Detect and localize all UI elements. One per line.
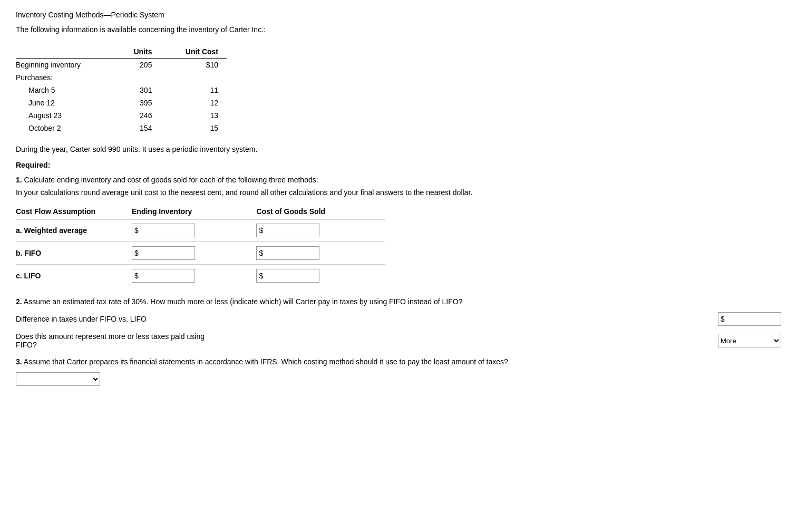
cf-row-label: b. FIFO [16, 242, 121, 265]
col-header-label [16, 46, 113, 59]
inventory-row-label: October 2 [16, 122, 113, 134]
page-title: Inventory Costing Methods—Periodic Syste… [16, 11, 781, 19]
cogs-input[interactable] [264, 227, 314, 235]
inventory-row-label: August 23 [16, 109, 113, 122]
inventory-row: August 2324613 [16, 109, 227, 122]
cf-row-cogs: $ [246, 265, 385, 287]
cogs-input-container: $ [256, 246, 319, 260]
rounding-note: In your calculations round average unit … [16, 188, 781, 197]
q3-answer-row: Weighted averageFIFOLIFO [16, 372, 781, 386]
inventory-row-label: Purchases: [16, 71, 113, 84]
q3-number: 3. [16, 357, 22, 366]
cogs-input[interactable] [264, 249, 314, 257]
ending-inv-dollar-sign: $ [134, 272, 139, 280]
inventory-row: Purchases: [16, 71, 227, 84]
inventory-row-cost: 13 [160, 109, 227, 122]
cost-flow-table: Cost Flow Assumption Ending Inventory Co… [16, 205, 385, 287]
cogs-dollar-sign: $ [259, 249, 263, 257]
cf-col-assumption: Cost Flow Assumption [16, 205, 121, 219]
q3-select[interactable]: Weighted averageFIFOLIFO [16, 373, 100, 385]
cf-row-ending-inv: $ [121, 219, 246, 242]
cf-row-ending-inv: $ [121, 242, 246, 265]
inventory-row-units: 246 [113, 109, 160, 122]
cogs-input[interactable] [264, 272, 314, 280]
ending-inv-input-container: $ [132, 224, 195, 237]
inventory-row-label: Beginning inventory [16, 59, 113, 72]
inventory-row-cost: $10 [160, 59, 227, 72]
q3-text: Assume that Carter prepares its financia… [24, 357, 508, 366]
tax-diff-input[interactable] [726, 315, 776, 323]
cf-row-cogs: $ [246, 219, 385, 242]
cf-row-label: c. LIFO [16, 265, 121, 287]
tax-diff-input-container: $ [718, 312, 781, 326]
inventory-row-units: 301 [113, 84, 160, 96]
q2-text: Assume an estimated tax rate of 30%. How… [24, 297, 463, 306]
cf-row-ending-inv: $ [121, 265, 246, 287]
inventory-row: Beginning inventory205$10 [16, 59, 227, 72]
cost-flow-row: a. Weighted average$$ [16, 219, 385, 242]
ending-inv-input-container: $ [132, 246, 195, 260]
inventory-row-units [113, 71, 160, 84]
question-1: 1. Calculate ending inventory and cost o… [16, 176, 781, 184]
cf-col-cogs: Cost of Goods Sold [246, 205, 385, 219]
inventory-row-cost [160, 71, 227, 84]
ending-inv-input[interactable] [140, 249, 190, 257]
intro-text: The following information is available c… [16, 25, 781, 34]
tax-diff-dollar-sign: $ [721, 315, 725, 323]
cf-col-ending-inv: Ending Inventory [121, 205, 246, 219]
col-header-unit-cost: Unit Cost [160, 46, 227, 59]
tax-diff-row: Difference in taxes under FIFO vs. LIFO … [16, 312, 781, 326]
q2-number: 2. [16, 297, 22, 306]
inventory-row-cost: 15 [160, 122, 227, 134]
required-label: Required: [16, 161, 781, 169]
inventory-row: March 530111 [16, 84, 227, 96]
inventory-row-cost: 12 [160, 96, 227, 109]
inventory-table: Units Unit Cost Beginning inventory205$1… [16, 46, 227, 134]
more-less-dropdown-container: MoreLess [718, 334, 781, 347]
sold-text: During the year, Carter sold 990 units. … [16, 145, 781, 153]
inventory-row: October 215415 [16, 122, 227, 134]
q1-text: Calculate ending inventory and cost of g… [24, 176, 318, 184]
cf-row-cogs: $ [246, 242, 385, 265]
col-header-units: Units [113, 46, 160, 59]
cogs-input-container: $ [256, 224, 319, 237]
q1-number: 1. [16, 176, 22, 184]
cf-row-label: a. Weighted average [16, 219, 121, 242]
inventory-row-label: March 5 [16, 84, 113, 96]
question-3: 3. Assume that Carter prepares its finan… [16, 357, 781, 366]
question-2: 2. Assume an estimated tax rate of 30%. … [16, 297, 781, 306]
ending-inv-input[interactable] [140, 227, 190, 235]
ending-inv-dollar-sign: $ [134, 226, 139, 235]
ending-inv-input[interactable] [140, 272, 190, 280]
more-less-select[interactable]: MoreLess [718, 334, 781, 347]
more-less-label: Does this amount represent more or less … [16, 332, 227, 349]
q3-dropdown-container: Weighted averageFIFOLIFO [16, 372, 100, 386]
inventory-row: June 1239512 [16, 96, 227, 109]
more-less-row: Does this amount represent more or less … [16, 332, 781, 349]
cost-flow-row: b. FIFO$$ [16, 242, 385, 265]
inventory-row-cost: 11 [160, 84, 227, 96]
cogs-dollar-sign: $ [259, 272, 263, 280]
inventory-row-units: 395 [113, 96, 160, 109]
ending-inv-input-container: $ [132, 269, 195, 283]
cost-flow-row: c. LIFO$$ [16, 265, 385, 287]
inventory-row-units: 154 [113, 122, 160, 134]
tax-diff-label: Difference in taxes under FIFO vs. LIFO [16, 315, 227, 323]
inventory-row-label: June 12 [16, 96, 113, 109]
ending-inv-dollar-sign: $ [134, 249, 139, 257]
cogs-input-container: $ [256, 269, 319, 283]
cogs-dollar-sign: $ [259, 226, 263, 235]
inventory-row-units: 205 [113, 59, 160, 72]
